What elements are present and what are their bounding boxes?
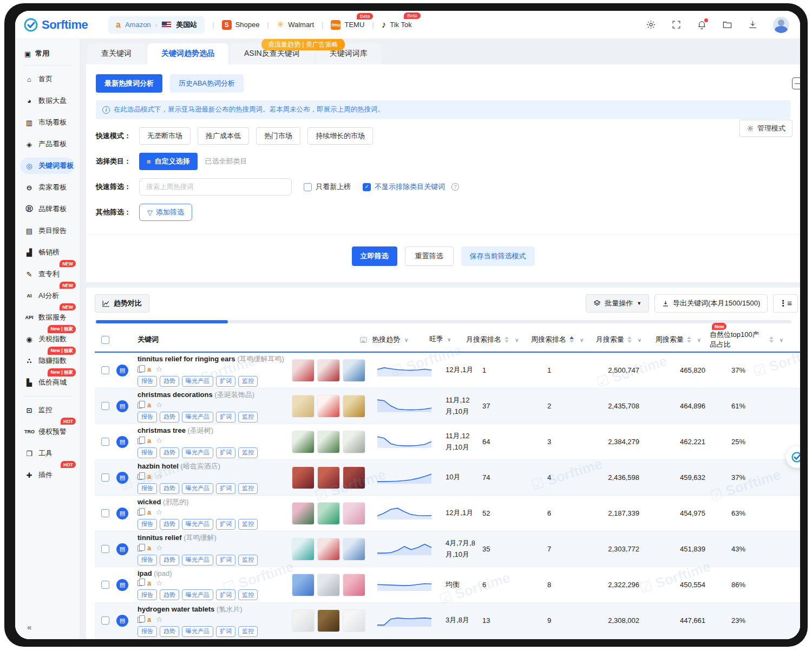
copy-icon[interactable] [137, 438, 142, 444]
row-checkbox[interactable] [101, 509, 109, 517]
product-thumbnail[interactable] [292, 395, 315, 418]
product-thumbnail[interactable] [292, 466, 315, 489]
checkbox-checked-icon[interactable] [363, 183, 371, 191]
tab-0[interactable]: 查关键词 [87, 43, 146, 64]
marketplace-amazon[interactable]: a Amazon › 美国站 [108, 16, 205, 34]
amazon-link-icon[interactable]: a [147, 510, 151, 515]
reset-filter-button[interactable]: 重置筛选 [405, 246, 454, 266]
favorite-star-icon[interactable]: ☆ [156, 545, 162, 551]
sort-icon[interactable] [687, 336, 691, 343]
sidebar-item-category-report[interactable]: ▤类目报告 [20, 223, 75, 239]
product-thumbnail[interactable] [292, 538, 315, 561]
custom-select-button[interactable]: ≡ 自定义选择 [139, 153, 198, 170]
marketplace-temu[interactable]: tmu TEMU Beta [331, 20, 364, 30]
marketplace-walmart[interactable]: ✳ Walmart [277, 19, 314, 30]
help-icon[interactable]: ? [451, 183, 459, 191]
product-thumbnail[interactable] [292, 574, 315, 596]
latest-hot-words-button[interactable]: 最新热搜词分析 [96, 74, 162, 93]
keyword-action-tag[interactable]: 趋势 [160, 376, 179, 387]
keyword-text[interactable]: wicked (邪恶的) [137, 497, 292, 507]
keyword-action-tag[interactable]: 报告 [137, 447, 157, 458]
sidebar-item-patent-search[interactable]: ✎查专利NEW [20, 266, 75, 282]
keyword-action-tag[interactable]: 扩词 [216, 412, 235, 422]
keyword-action-tag[interactable]: 趋势 [160, 447, 179, 458]
keyword-action-tag[interactable]: 报告 [137, 626, 157, 637]
trend-compare-button[interactable]: 趋势对比 [95, 294, 149, 313]
sort-icon[interactable] [769, 336, 774, 343]
product-thumbnail[interactable] [317, 431, 340, 453]
settings-gear-icon[interactable] [646, 20, 656, 30]
sort-icon[interactable] [505, 336, 509, 343]
sidebar-item-tools[interactable]: ❒工具 [20, 445, 75, 461]
scrollbar-thumb[interactable] [96, 320, 228, 323]
marketplace-tiktok[interactable]: ♪ Tik Tok Beta [382, 20, 412, 30]
checkbox-new-only[interactable]: 只看新上榜 [304, 182, 351, 192]
add-filter-button[interactable]: ▽ 添加筛选 [139, 204, 192, 221]
amazon-link-icon[interactable]: a [147, 617, 151, 622]
keyword-action-tag[interactable]: 扩词 [216, 589, 235, 600]
sidebar-item-product-board[interactable]: ◈产品看板 [20, 136, 75, 152]
amazon-link-icon[interactable]: a [147, 402, 151, 408]
keyword-report-icon[interactable]: ▤ [116, 472, 128, 484]
amazon-link-icon[interactable]: a [147, 438, 151, 444]
column-week-volume[interactable]: 周搜索量 ∨ [646, 335, 702, 344]
download-icon[interactable] [748, 20, 758, 30]
keyword-action-tag[interactable]: 趋势 [160, 519, 179, 530]
folder-icon[interactable] [722, 20, 732, 30]
keyword-action-tag[interactable]: 曝光产品 [182, 376, 213, 387]
favorite-star-icon[interactable]: ☆ [156, 438, 162, 444]
keyword-text[interactable]: hydrogen water tablets (氢水片) [137, 604, 292, 614]
notification-bell-icon[interactable] [697, 20, 707, 30]
keyword-text[interactable]: tinnitus relief (耳鸣缓解) [137, 533, 292, 543]
column-month-rank[interactable]: 月搜索排名 ∨ [463, 335, 519, 344]
quick-mode-chip[interactable]: 无垄断市场 [139, 127, 191, 145]
keyword-action-tag[interactable]: 曝光产品 [182, 589, 213, 600]
keyword-report-icon[interactable]: ▤ [116, 508, 128, 519]
keyword-action-tag[interactable]: 监控 [238, 589, 258, 600]
row-checkbox[interactable] [101, 545, 109, 553]
product-thumbnail[interactable] [317, 502, 340, 525]
sidebar-item-monitoring[interactable]: ⊡监控 [20, 402, 75, 418]
keyword-text[interactable]: christmas tree (圣诞树) [137, 426, 292, 435]
keyword-report-icon[interactable]: ▤ [116, 579, 128, 591]
row-checkbox[interactable] [101, 473, 109, 482]
copy-icon[interactable] [137, 402, 142, 408]
product-thumbnail[interactable] [343, 609, 365, 632]
keyword-report-icon[interactable]: ▤ [116, 400, 128, 412]
keyword-action-tag[interactable]: 报告 [137, 376, 157, 387]
copy-icon[interactable] [137, 510, 142, 516]
keyword-action-tag[interactable]: 曝光产品 [182, 483, 213, 494]
quick-mode-chip[interactable]: 持续增长的市场 [307, 127, 373, 145]
keyword-action-tag[interactable]: 趋势 [160, 589, 179, 600]
export-keywords-button[interactable]: 导出关键词(本月1500/1500) [654, 294, 768, 313]
product-thumbnail[interactable] [343, 502, 365, 525]
keyword-action-tag[interactable]: 趋势 [160, 412, 179, 422]
collapse-panel-icon[interactable]: — [792, 77, 800, 89]
favorite-star-icon[interactable]: ☆ [156, 510, 162, 515]
keyword-action-tag[interactable]: 曝光产品 [182, 412, 213, 422]
keyword-action-tag[interactable]: 扩词 [216, 376, 235, 387]
keyword-action-tag[interactable]: 监控 [238, 447, 258, 458]
product-thumbnail[interactable] [343, 574, 365, 596]
column-keyword[interactable]: 关键词 [129, 335, 292, 344]
product-thumbnail[interactable] [317, 395, 340, 418]
favorite-star-icon[interactable]: ☆ [156, 581, 162, 586]
sidebar-item-home[interactable]: ⌂首页 [20, 71, 75, 87]
favorite-star-icon[interactable]: ☆ [156, 617, 162, 622]
copy-icon[interactable] [137, 545, 142, 551]
apply-filter-button[interactable]: 立即筛选 [352, 246, 397, 266]
quick-mode-chip[interactable]: 推广成本低 [198, 127, 249, 145]
product-thumbnail[interactable] [317, 466, 340, 489]
history-aba-words-button[interactable]: 历史ABA热词分析 [170, 74, 244, 93]
keyword-text[interactable]: hazbin hotel (哈兹宾酒店) [137, 461, 292, 471]
copy-icon[interactable] [137, 580, 142, 586]
keyword-action-tag[interactable]: 趋势 [160, 555, 179, 566]
keyword-action-tag[interactable]: 扩词 [216, 626, 235, 637]
sidebar-item-market-board[interactable]: ▥市场看板 [20, 114, 75, 131]
keyword-action-tag[interactable]: 曝光产品 [182, 519, 213, 530]
amazon-link-icon[interactable]: a [147, 367, 151, 372]
keyword-action-tag[interactable]: 扩词 [216, 519, 235, 530]
quick-mode-chip[interactable]: 热门市场 [256, 127, 300, 145]
keyword-action-tag[interactable]: 监控 [238, 555, 258, 566]
keyword-report-icon[interactable]: ▤ [116, 543, 128, 555]
